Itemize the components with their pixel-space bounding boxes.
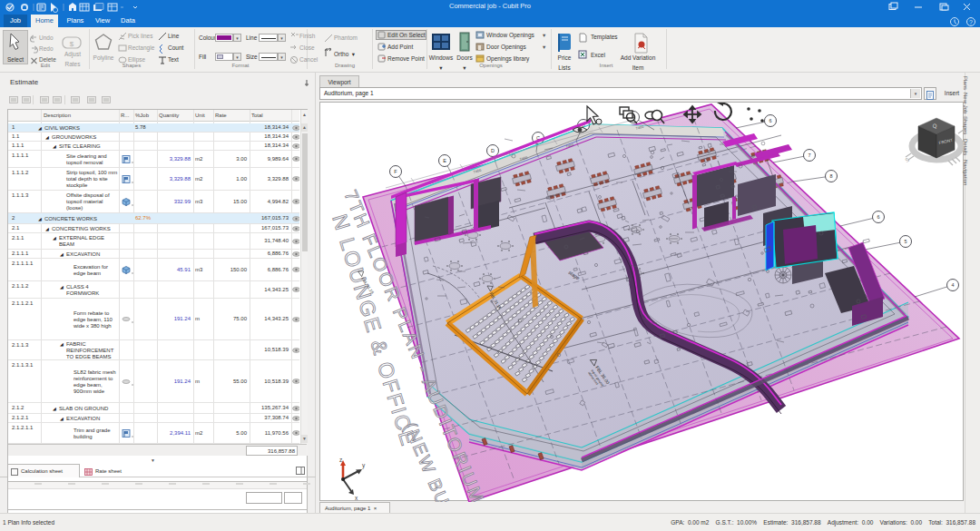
svg-text:6: 6 (769, 118, 771, 123)
svg-text:E: E (443, 158, 446, 163)
svg-text:6: 6 (877, 214, 879, 220)
svg-text:5: 5 (904, 239, 906, 244)
svg-text:4: 4 (951, 282, 954, 288)
svg-text:x: x (355, 495, 358, 501)
svg-text:z: z (339, 457, 342, 463)
svg-text:$: $ (70, 40, 74, 48)
svg-text:S: S (905, 157, 910, 163)
svg-text:y: y (362, 462, 366, 469)
svg-text:?: ? (969, 19, 973, 25)
svg-text:7: 7 (808, 152, 810, 158)
svg-text:8: 8 (829, 173, 832, 179)
svg-text:D: D (491, 148, 495, 153)
